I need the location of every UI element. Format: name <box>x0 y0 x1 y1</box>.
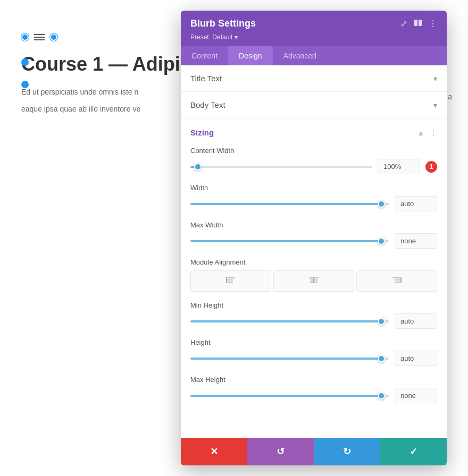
max-width-control: Max Width <box>190 221 437 249</box>
module-alignment-label: Module Alignment <box>190 258 437 266</box>
preset-arrow-icon: ▾ <box>235 33 238 41</box>
sizing-more-icon[interactable]: ⋮ <box>430 129 437 137</box>
svg-rect-1 <box>419 20 422 26</box>
tab-content[interactable]: Content <box>181 46 228 65</box>
tab-design[interactable]: Design <box>228 46 273 65</box>
modal-body: Title Text ▾ Body Text ▾ Sizing ▲ ⋮ Cont <box>181 65 447 438</box>
save-icon: ✓ <box>410 446 417 457</box>
reset-button[interactable]: ↺ <box>247 438 314 465</box>
module-alignment-control: Module Alignment <box>190 258 437 292</box>
max-width-label: Max Width <box>190 221 437 229</box>
align-center-icon <box>308 276 319 286</box>
max-height-label: Max Height <box>190 376 437 384</box>
dot-icon-3 <box>21 58 29 66</box>
height-slider[interactable] <box>190 358 389 360</box>
preset-selector[interactable]: Preset: Default ▾ <box>190 33 437 41</box>
split-icon <box>414 19 422 29</box>
align-left-icon <box>225 276 236 286</box>
width-input[interactable] <box>395 196 437 211</box>
max-width-slider[interactable] <box>190 240 389 242</box>
accordion-body-text-label: Body Text <box>190 100 225 109</box>
height-control: Height <box>190 338 437 366</box>
cancel-icon: ✕ <box>210 446 218 457</box>
align-center-button[interactable] <box>273 270 354 292</box>
modal-header-icons: ⤢ ⋮ <box>400 19 437 29</box>
redo-button[interactable]: ↻ <box>314 438 380 465</box>
accordion-body-text: Body Text ▾ <box>181 92 447 118</box>
accordion-body-text-header[interactable]: Body Text ▾ <box>181 92 447 118</box>
accordion-title-text-arrow-icon: ▾ <box>433 74 437 83</box>
align-right-icon <box>391 276 402 286</box>
preset-label: Preset: Default <box>190 33 232 41</box>
content-width-control: Content Width 1 <box>190 147 437 174</box>
dot-icon-1 <box>21 33 29 41</box>
width-slider[interactable] <box>190 203 389 205</box>
more-icon: ⋮ <box>429 19 437 29</box>
save-button[interactable]: ✓ <box>380 438 447 465</box>
blurb-settings-modal: Blurb Settings ⤢ ⋮ <box>181 11 447 465</box>
align-left-button[interactable] <box>190 270 271 292</box>
max-height-control: Max Height <box>190 376 437 403</box>
accordion-title-text-label: Title Text <box>190 74 222 83</box>
content-width-label: Content Width <box>190 147 437 155</box>
tab-advanced[interactable]: Advanced <box>273 46 327 65</box>
module-alignment-options <box>190 270 437 292</box>
accordion-title-text: Title Text ▾ <box>181 65 447 92</box>
height-label: Height <box>190 338 437 346</box>
height-input[interactable] <box>395 351 437 366</box>
modal-title: Blurb Settings <box>190 18 256 29</box>
svg-rect-0 <box>414 20 417 26</box>
sizing-section: Sizing ▲ ⋮ Content Width <box>181 118 447 422</box>
max-width-input[interactable] <box>395 233 437 249</box>
min-height-slider[interactable] <box>190 320 389 322</box>
min-height-label: Min Height <box>190 301 437 309</box>
max-height-input[interactable] <box>395 388 437 403</box>
min-height-control: Min Height <box>190 301 437 329</box>
dot-icon-4 <box>21 81 29 88</box>
content-width-input[interactable] <box>378 159 420 174</box>
redo-icon: ↻ <box>343 446 351 457</box>
expand-icon: ⤢ <box>400 19 407 29</box>
expand-button[interactable]: ⤢ <box>400 19 407 29</box>
align-right-button[interactable] <box>356 270 437 292</box>
width-label: Width <box>190 184 437 192</box>
modal-header: Blurb Settings ⤢ ⋮ <box>181 11 447 46</box>
sizing-title: Sizing <box>190 128 214 137</box>
accordion-body-text-arrow-icon: ▾ <box>433 101 437 109</box>
min-height-input[interactable] <box>395 313 437 329</box>
width-control: Width <box>190 184 437 211</box>
cancel-button[interactable]: ✕ <box>181 438 247 465</box>
accordion-title-text-header[interactable]: Title Text ▾ <box>181 65 447 91</box>
sizing-header-icons: ▲ ⋮ <box>417 129 437 137</box>
split-button[interactable] <box>414 19 422 29</box>
modal-tabs: Content Design Advanced <box>181 46 447 65</box>
dot-icon-2 <box>50 33 57 41</box>
max-height-slider[interactable] <box>190 395 389 397</box>
sizing-collapse-icon[interactable]: ▲ <box>417 129 424 137</box>
more-options-button[interactable]: ⋮ <box>429 19 437 29</box>
modal-footer: ✕ ↺ ↻ ✓ <box>181 438 447 465</box>
content-width-badge: 1 <box>425 161 437 173</box>
hamburger-icon <box>32 32 47 42</box>
content-width-slider[interactable] <box>190 166 372 168</box>
reset-icon: ↺ <box>277 446 285 457</box>
